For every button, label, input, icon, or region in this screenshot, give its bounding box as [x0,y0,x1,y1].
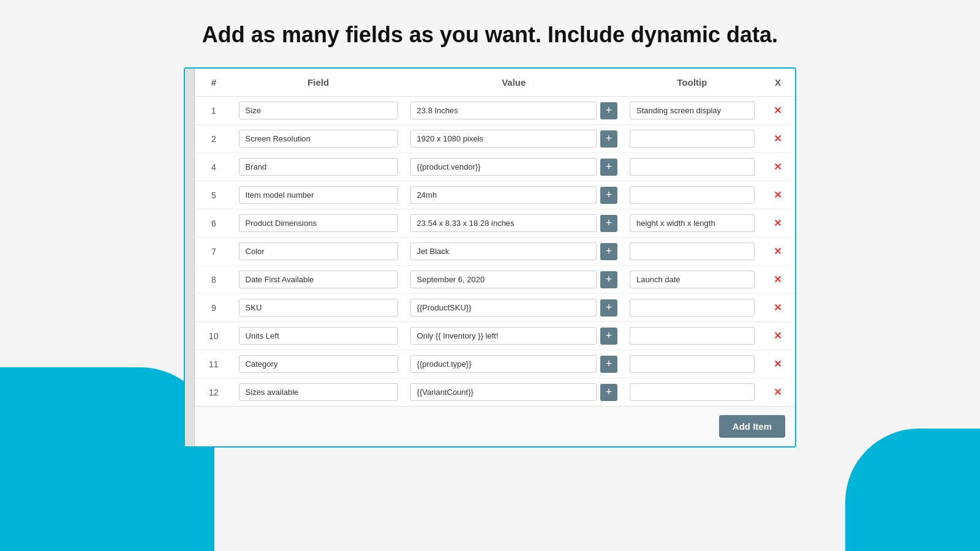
row-tooltip [624,97,761,125]
tooltip-input[interactable] [630,355,755,373]
tooltip-input[interactable] [630,271,755,288]
row-delete: ✕ [761,181,795,209]
row-num: 9 [195,294,233,322]
col-header-tooltip: Tooltip [624,69,761,97]
plus-button[interactable]: + [600,102,617,119]
value-wrapper: + [410,299,617,317]
tooltip-input[interactable] [630,383,755,401]
delete-button[interactable]: ✕ [774,274,782,285]
row-num: 8 [195,266,233,294]
plus-button[interactable]: + [600,187,617,204]
value-input[interactable] [410,158,597,176]
plus-button[interactable]: + [600,215,617,232]
table-footer: Add Item [185,406,795,446]
field-input[interactable] [239,242,398,260]
delete-button[interactable]: ✕ [774,386,782,398]
delete-button[interactable]: ✕ [774,246,782,257]
value-input[interactable] [410,130,597,148]
tooltip-input[interactable] [630,102,755,119]
tooltip-input[interactable] [630,242,755,260]
plus-button[interactable]: + [600,299,617,317]
field-input[interactable] [239,299,398,317]
row-tooltip [624,378,761,407]
col-header-value: Value [404,69,624,97]
value-input[interactable] [410,271,597,288]
row-value-cell: + [404,125,624,153]
row-num: 4 [195,153,233,181]
plus-button[interactable]: + [600,243,617,260]
row-value-cell: + [404,350,624,378]
field-input[interactable] [239,383,398,401]
field-input[interactable] [239,102,398,119]
value-input[interactable] [410,186,597,204]
row-num: 5 [195,181,233,209]
field-input[interactable] [239,214,398,232]
value-input[interactable] [410,214,597,232]
row-value-cell: + [404,294,624,322]
value-input[interactable] [410,242,597,260]
delete-button[interactable]: ✕ [774,217,782,229]
row-field [233,181,404,209]
value-input[interactable] [410,355,597,373]
plus-button[interactable]: + [600,328,617,345]
tooltip-input[interactable] [630,186,755,204]
row-field [233,294,404,322]
value-wrapper: + [410,130,617,148]
table-row: 11 + ✕ [195,350,795,378]
row-delete: ✕ [761,322,795,350]
col-header-hash: # [195,69,233,97]
delete-button[interactable]: ✕ [774,330,782,342]
tooltip-input[interactable] [630,327,755,345]
plus-button[interactable]: + [600,271,617,288]
field-input[interactable] [239,158,398,176]
table-body: 1 + ✕ 2 [195,97,795,407]
value-wrapper: + [410,214,617,232]
col-header-field: Field [233,69,404,97]
row-value-cell: + [404,238,624,266]
tooltip-input[interactable] [630,130,755,148]
row-field [233,97,404,125]
tooltip-input[interactable] [630,299,755,317]
value-input[interactable] [410,327,597,345]
table-row: 12 + ✕ [195,378,795,407]
plus-button[interactable]: + [600,159,617,176]
table-row: 9 + ✕ [195,294,795,322]
plus-button[interactable]: + [600,356,617,373]
delete-button[interactable]: ✕ [774,105,782,116]
delete-button[interactable]: ✕ [774,133,782,144]
plus-button[interactable]: + [600,384,617,401]
field-input[interactable] [239,327,398,345]
field-input[interactable] [239,271,398,288]
row-field [233,125,404,153]
plus-button[interactable]: + [600,130,617,148]
field-input[interactable] [239,186,398,204]
delete-button[interactable]: ✕ [774,302,782,313]
delete-button[interactable]: ✕ [774,358,782,370]
table-row: 1 + ✕ [195,97,795,125]
row-delete: ✕ [761,378,795,407]
value-wrapper: + [410,271,617,288]
value-input[interactable] [410,299,597,317]
row-num: 7 [195,238,233,266]
value-input[interactable] [410,102,597,119]
field-input[interactable] [239,355,398,373]
value-wrapper: + [410,158,617,176]
row-field [233,378,404,407]
value-wrapper: + [410,242,617,260]
delete-button[interactable]: ✕ [774,161,782,173]
add-item-button[interactable]: Add Item [719,415,785,438]
field-input[interactable] [239,130,398,148]
row-num: 6 [195,209,233,238]
tooltip-input[interactable] [630,158,755,176]
row-delete: ✕ [761,350,795,378]
tooltip-input[interactable] [630,214,755,232]
row-tooltip [624,125,761,153]
value-input[interactable] [410,383,597,401]
delete-button[interactable]: ✕ [774,189,782,201]
row-value-cell: + [404,378,624,407]
row-delete: ✕ [761,294,795,322]
row-num: 11 [195,350,233,378]
row-value-cell: + [404,97,624,125]
value-wrapper: + [410,186,617,204]
row-field [233,238,404,266]
